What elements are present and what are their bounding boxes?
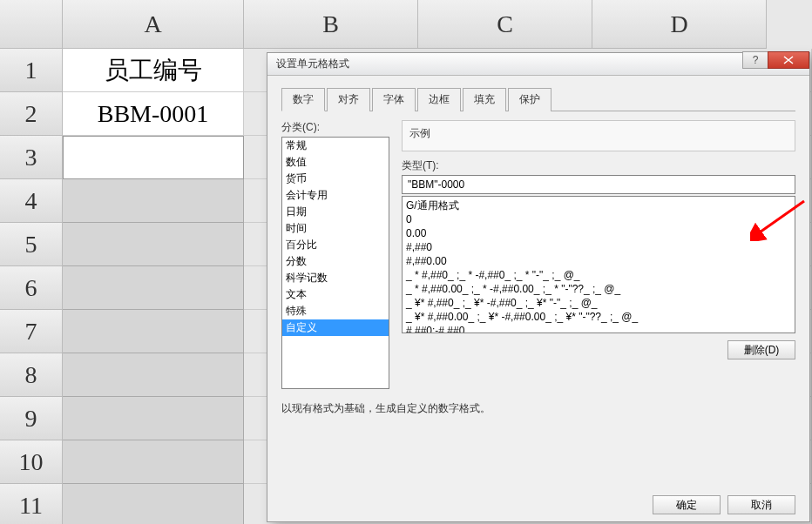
- row-header[interactable]: 5: [0, 223, 63, 266]
- col-header-C[interactable]: C: [418, 0, 592, 49]
- row-header[interactable]: 8: [0, 353, 63, 397]
- category-label: 分类(C):: [281, 120, 389, 135]
- category-item[interactable]: 自定义: [282, 319, 389, 336]
- format-code-listbox[interactable]: G/通用格式00.00#,##0#,##0.00_ * #,##0_ ;_ * …: [402, 196, 795, 333]
- format-code-item[interactable]: #,##0.00: [406, 254, 791, 268]
- tab-bar: 数字对齐字体边框填充保护: [281, 88, 795, 111]
- category-item[interactable]: 特殊: [282, 303, 389, 319]
- tab-保护[interactable]: 保护: [508, 88, 551, 111]
- hint-text: 以现有格式为基础，生成自定义的数字格式。: [281, 401, 795, 416]
- tab-边框[interactable]: 边框: [417, 88, 461, 111]
- tab-字体[interactable]: 字体: [372, 88, 416, 111]
- row-header[interactable]: 2: [0, 92, 63, 136]
- category-item[interactable]: 常规: [282, 138, 389, 154]
- category-item[interactable]: 货币: [282, 171, 389, 187]
- category-item[interactable]: 分数: [282, 253, 389, 270]
- format-code-item[interactable]: _ ¥* #,##0_ ;_ ¥* -#,##0_ ;_ ¥* "-"_ ;_ …: [406, 296, 791, 310]
- row-header[interactable]: 10: [0, 440, 63, 484]
- format-code-item[interactable]: _ * #,##0_ ;_ * -#,##0_ ;_ * "-"_ ;_ @_: [406, 268, 791, 282]
- cell-A9[interactable]: [63, 397, 244, 440]
- cell-A4[interactable]: [63, 179, 244, 223]
- category-item[interactable]: 科学记数: [282, 270, 389, 286]
- category-item[interactable]: 会计专用: [282, 187, 389, 204]
- cell-A7[interactable]: [63, 310, 244, 353]
- select-all-corner[interactable]: [0, 0, 63, 49]
- format-cells-dialog: 设置单元格格式 ? 数字对齐字体边框填充保护 分类(C): 常规数值货币会计专用…: [267, 52, 810, 522]
- format-code-item[interactable]: _ ¥* #,##0.00_ ;_ ¥* -#,##0.00_ ;_ ¥* "-…: [406, 310, 791, 324]
- format-code-item[interactable]: #,##0: [406, 240, 791, 254]
- tab-数字[interactable]: 数字: [281, 88, 325, 111]
- row-header[interactable]: 7: [0, 310, 63, 353]
- cell-A5[interactable]: [63, 223, 244, 266]
- close-button[interactable]: [768, 51, 809, 69]
- format-code-item[interactable]: G/通用格式: [406, 198, 791, 212]
- row-header[interactable]: 3: [0, 136, 63, 179]
- dialog-title: 设置单元格格式: [276, 57, 349, 71]
- dialog-titlebar[interactable]: 设置单元格格式 ?: [267, 53, 809, 76]
- category-item[interactable]: 百分比: [282, 237, 389, 253]
- type-input[interactable]: [402, 175, 795, 194]
- cell-A3[interactable]: [63, 136, 244, 179]
- cell-A8[interactable]: [63, 353, 244, 397]
- cell-A1[interactable]: 员工编号: [63, 49, 244, 92]
- cell-A11[interactable]: [63, 484, 244, 524]
- example-label: 示例: [409, 126, 788, 141]
- format-code-item[interactable]: #,##0;-#,##0: [406, 324, 791, 333]
- help-button[interactable]: ?: [742, 51, 768, 69]
- example-box: 示例: [402, 120, 795, 151]
- category-item[interactable]: 时间: [282, 220, 389, 237]
- format-code-item[interactable]: _ * #,##0.00_ ;_ * -#,##0.00_ ;_ * "-"??…: [406, 282, 791, 296]
- column-headers: A B C D: [0, 0, 812, 49]
- row-header[interactable]: 6: [0, 266, 63, 310]
- format-code-item[interactable]: 0.00: [406, 226, 791, 240]
- row-header[interactable]: 1: [0, 49, 63, 92]
- category-item[interactable]: 数值: [282, 154, 389, 171]
- cell-A10[interactable]: [63, 440, 244, 484]
- category-listbox[interactable]: 常规数值货币会计专用日期时间百分比分数科学记数文本特殊自定义: [281, 137, 389, 389]
- tab-填充[interactable]: 填充: [463, 88, 506, 111]
- col-header-B[interactable]: B: [244, 0, 418, 49]
- type-label: 类型(T):: [402, 158, 795, 173]
- row-header[interactable]: 4: [0, 179, 63, 223]
- row-header[interactable]: 9: [0, 397, 63, 440]
- ok-button[interactable]: 确定: [653, 495, 721, 514]
- cell-A6[interactable]: [63, 266, 244, 310]
- tab-对齐[interactable]: 对齐: [327, 88, 370, 111]
- format-code-item[interactable]: 0: [406, 212, 791, 226]
- col-header-A[interactable]: A: [63, 0, 244, 49]
- col-header-D[interactable]: D: [592, 0, 767, 49]
- category-item[interactable]: 文本: [282, 286, 389, 303]
- category-item[interactable]: 日期: [282, 204, 389, 220]
- cell-A2[interactable]: BBM-0001: [63, 92, 244, 136]
- cancel-button[interactable]: 取消: [727, 495, 795, 514]
- delete-button[interactable]: 删除(D): [727, 340, 795, 359]
- row-header[interactable]: 11: [0, 484, 63, 524]
